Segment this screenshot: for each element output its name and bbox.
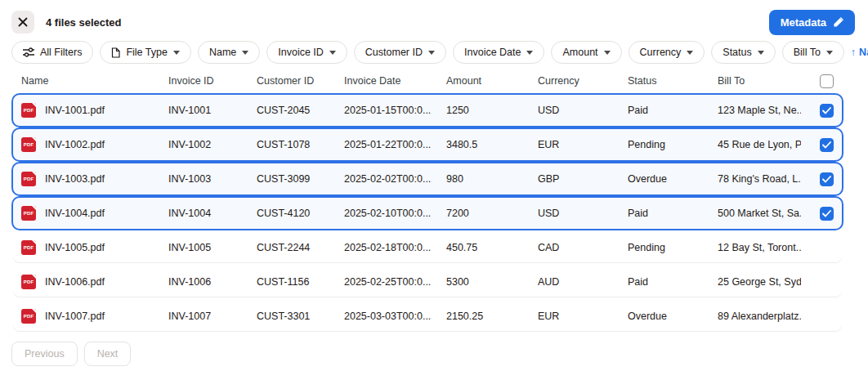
filter-chip-name[interactable]: Name [198, 41, 260, 64]
cell-bill-to: 45 Rue de Lyon, P... [718, 139, 801, 150]
file-table-body: PDFINV-1001.pdfINV-1001CUST-20452025-01-… [11, 93, 843, 333]
close-icon [18, 17, 28, 27]
sort-arrow-up-icon: ↑ [851, 47, 856, 58]
row-checkbox[interactable] [820, 104, 834, 118]
filter-chip-label: Customer ID [365, 47, 423, 58]
file-name-cell: PDFINV-1002.pdf [21, 137, 168, 152]
filter-chip-invoice-id[interactable]: Invoice ID [266, 41, 347, 64]
next-button[interactable]: Next [84, 342, 132, 366]
filter-chip-amount[interactable]: Amount [551, 41, 621, 64]
pdf-file-icon: PDF [21, 309, 36, 324]
filter-chip-label: Invoice ID [278, 47, 324, 58]
table-row[interactable]: PDFINV-1004.pdfINV-1004CUST-41202025-02-… [11, 196, 843, 230]
caret-down-icon [173, 51, 180, 55]
cell-bill-to: 78 King's Road, L... [718, 173, 801, 185]
close-selection-button[interactable] [11, 11, 34, 34]
cell-bill-to: 25 George St, Syd... [718, 276, 801, 288]
column-header-amount: Amount [446, 75, 538, 87]
filter-chip-customer-id[interactable]: Customer ID [354, 41, 446, 64]
file-name: INV-1004.pdf [45, 208, 105, 219]
pdf-file-icon: PDF [21, 275, 36, 289]
cell-bill-to: 500 Market St, Sa... [718, 208, 801, 219]
table-row[interactable]: PDFINV-1005.pdfINV-1005CUST-22442025-02-… [11, 230, 843, 265]
caret-down-icon [242, 51, 248, 55]
filter-chip-bill-to[interactable]: Bill To [782, 41, 844, 64]
cell-currency: USD [538, 208, 628, 219]
cell-bill-to: 123 Maple St, Ne... [718, 105, 801, 116]
filter-bar: All Filters File TypeNameInvoice IDCusto… [0, 39, 868, 69]
select-all-checkbox[interactable] [820, 74, 834, 88]
file-name-cell: PDFINV-1004.pdf [21, 206, 168, 221]
column-header-bill-to: Bill To [718, 75, 801, 87]
cell-amount: 980 [446, 173, 538, 185]
filter-chip-currency[interactable]: Currency [629, 41, 705, 64]
selection-count-label: 4 files selected [46, 16, 122, 29]
cell-invoice-date: 2025-02-02T00:0... [344, 173, 446, 185]
cell-amount: 2150.25 [446, 311, 538, 322]
cell-invoice-date: 2025-01-22T00:0... [344, 139, 446, 150]
table-row[interactable]: PDFINV-1006.pdfINV-1006CUST-11562025-02-… [11, 265, 843, 299]
file-icon [111, 47, 120, 58]
pdf-file-icon: PDF [21, 240, 36, 255]
file-name: INV-1005.pdf [45, 242, 105, 253]
cell-invoice-id: INV-1003 [168, 173, 257, 185]
file-name: INV-1001.pdf [45, 105, 105, 116]
table-row[interactable]: PDFINV-1002.pdfINV-1002CUST-10782025-01-… [11, 127, 843, 162]
cell-status: Paid [628, 276, 718, 288]
cell-status: Overdue [628, 173, 718, 185]
file-name: INV-1003.pdf [45, 173, 105, 185]
filter-chip-invoice-date[interactable]: Invoice Date [453, 41, 544, 64]
caret-down-icon [687, 51, 693, 55]
all-filters-button[interactable]: All Filters [11, 41, 93, 64]
cell-amount: 5300 [446, 276, 538, 288]
cell-amount: 1250 [446, 105, 538, 116]
column-header-name: Name [21, 75, 168, 87]
file-name-cell: PDFINV-1005.pdf [21, 240, 168, 255]
table-row[interactable]: PDFINV-1003.pdfINV-1003CUST-30992025-02-… [11, 162, 843, 196]
cell-invoice-id: INV-1005 [168, 242, 257, 253]
cell-invoice-id: INV-1002 [168, 139, 257, 150]
caret-down-icon [329, 51, 336, 55]
filter-chip-label: Name [209, 47, 236, 58]
cell-customer-id: CUST-3301 [257, 311, 344, 322]
caret-down-icon [604, 51, 611, 55]
previous-button[interactable]: Previous [11, 342, 78, 366]
row-checkbox[interactable] [820, 172, 834, 186]
pagination: Previous Next [11, 342, 868, 366]
cell-amount: 3480.5 [446, 139, 538, 150]
column-header-customer-id: Customer ID [257, 75, 344, 87]
pdf-icon-label: PDF [24, 211, 34, 216]
file-name-cell: PDFINV-1001.pdf [21, 103, 168, 118]
cell-invoice-id: INV-1007 [168, 311, 257, 322]
column-header-currency: Currency [538, 75, 628, 87]
cell-currency: AUD [538, 276, 628, 288]
filter-chip-status[interactable]: Status [711, 41, 775, 64]
all-filters-label: All Filters [40, 47, 82, 58]
cell-invoice-id: INV-1004 [168, 208, 257, 219]
filter-chip-label: Invoice Date [464, 47, 521, 58]
cell-invoice-date: 2025-02-10T00:0... [344, 208, 446, 219]
cell-invoice-date: 2025-03-03T00:0... [344, 311, 446, 322]
row-checkbox[interactable] [820, 207, 834, 221]
table-row[interactable]: PDFINV-1001.pdfINV-1001CUST-20452025-01-… [11, 93, 843, 127]
filter-chip-label: File Type [126, 47, 168, 58]
table-header-row: NameInvoice IDCustomer IDInvoice DateAmo… [11, 69, 843, 93]
table-row[interactable]: PDFINV-1007.pdfINV-1007CUST-33012025-03-… [11, 299, 843, 333]
cell-currency: CAD [538, 242, 628, 253]
cell-bill-to: 89 Alexanderplatz... [718, 311, 801, 322]
cell-customer-id: CUST-4120 [257, 208, 344, 219]
cell-invoice-id: INV-1001 [168, 105, 257, 116]
cell-status: Pending [628, 242, 718, 253]
caret-down-icon [826, 51, 833, 55]
row-checkbox[interactable] [820, 138, 834, 152]
cell-invoice-date: 2025-02-18T00:0... [344, 242, 446, 253]
file-name: INV-1002.pdf [45, 139, 105, 150]
metadata-button[interactable]: Metadata [769, 10, 855, 35]
cell-invoice-date: 2025-01-15T00:0... [344, 105, 446, 116]
filter-chip-label: Status [723, 47, 751, 58]
cell-customer-id: CUST-1156 [257, 276, 344, 288]
cell-currency: USD [538, 105, 628, 116]
filter-chip-file-type[interactable]: File Type [100, 41, 191, 64]
sort-control[interactable]: ↑ Name ▴ [851, 47, 868, 58]
cell-customer-id: CUST-3099 [257, 173, 344, 185]
